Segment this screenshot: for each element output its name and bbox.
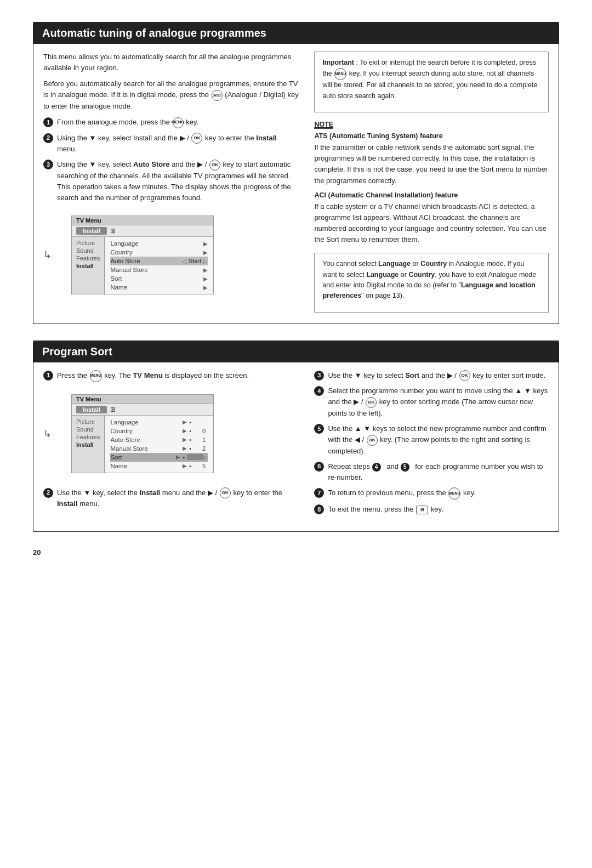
- note-section: NOTE ATS (Automatic Tuning System) featu…: [314, 120, 549, 245]
- menu-row-autostore: Auto Store ◁ Start ▷: [110, 257, 208, 265]
- section1-automatic-tuning: Automatic tuning of analogue programmes …: [33, 22, 559, 324]
- s2-step6: 6 Repeat steps 4 and 5 for each programm…: [314, 461, 549, 483]
- menu-row2-country: Country ▶ • 0: [110, 427, 208, 435]
- ad-key-icon: A/D: [212, 90, 223, 101]
- menu-key-icon: MENU: [173, 117, 184, 128]
- menu-key-icon-4: MENU: [448, 487, 460, 500]
- aci-title: ACI (Automatic Channel Installation) fea…: [314, 191, 549, 199]
- tv-menu-sidebar-2: Picture Sound Features Install: [72, 416, 105, 473]
- menu-row-manualstore: Manual Store ▶: [110, 265, 208, 274]
- section2-steps-left: 1 Press the MENU key. The TV Menu is dis…: [43, 370, 301, 382]
- sidebar-picture: Picture: [76, 239, 100, 247]
- tv-menu-box-2: TV Menu Install ⊞ Picture Sound Features…: [71, 394, 214, 473]
- section1-title: Automatic tuning of analogue programmes: [42, 27, 266, 39]
- tv-menu-inner-2: Picture Sound Features Install Language …: [72, 416, 213, 473]
- s2-step3-num: 3: [314, 371, 324, 381]
- install-btn-row-2: Install ⊞: [72, 404, 213, 416]
- section2-title: Program Sort: [42, 345, 112, 358]
- menu-row2-sort: Sort ▶ • ▷: [110, 453, 208, 462]
- sidebar-picture-2: Picture: [76, 418, 100, 426]
- step2: 2 Using the ▼ key, select Install and th…: [43, 133, 301, 155]
- arrow-right-icon: ↳: [43, 249, 52, 261]
- s2-step2: 2 Use the ▼ key, select the Install menu…: [43, 487, 301, 510]
- menu-key-icon-2: MENU: [334, 68, 346, 80]
- s2-step8: 8 To exit the menu, press the ⊟ key.: [314, 504, 549, 515]
- tv-menu-content-2: Language ▶ • Country ▶ • 0: [105, 416, 213, 473]
- menu-row2-language: Language ▶ •: [110, 418, 208, 427]
- step1: 1 From the analogue mode, press the MENU…: [43, 117, 301, 128]
- sidebar-sound-2: Sound: [76, 426, 100, 433]
- note-label: NOTE: [314, 121, 333, 129]
- install-btn: Install: [76, 227, 107, 235]
- s2-step1-num: 1: [43, 371, 53, 381]
- install-btn-row: Install ⊞: [72, 225, 213, 237]
- install-btn-2: Install: [76, 406, 107, 413]
- section1-right-col: Important : To exit or interrupt the sea…: [314, 52, 549, 313]
- s2-step1: 1 Press the MENU key. The TV Menu is dis…: [43, 370, 301, 382]
- section1-para1: This menu allows you to automatically se…: [43, 52, 301, 73]
- menu-row2-name: Name ▶ • 5: [110, 462, 208, 470]
- install-icon: ⊞: [110, 227, 116, 235]
- menu-key-icon-3: MENU: [90, 370, 102, 382]
- section1-left-col: This menu allows you to automatically se…: [43, 52, 301, 313]
- menu-row-sort: Sort ▶: [110, 274, 208, 283]
- step3-num: 3: [43, 160, 53, 169]
- s2-step7-num: 7: [314, 488, 324, 498]
- step4-ref: 4: [372, 463, 381, 472]
- tv-menu-title-2: TV Menu: [72, 395, 213, 404]
- ok-key-icon-6: OK: [367, 435, 378, 446]
- ats-text: If the transmitter or cable network send…: [314, 142, 549, 186]
- aci-text: If a cable system or a TV channel which …: [314, 201, 549, 246]
- install-icon-2: ⊞: [110, 406, 116, 413]
- tv-menu-wrap-2: ↳ TV Menu Install ⊞ Picture Sound Featur…: [43, 388, 301, 480]
- exit-key-icon: ⊟: [416, 506, 428, 514]
- section1-para2: Before you automatically search for all …: [43, 78, 301, 112]
- sidebar-features-2: Features: [76, 433, 100, 441]
- arrow-right-icon-2: ↳: [43, 428, 52, 440]
- ok-key-icon-4: OK: [459, 370, 470, 381]
- menu-row-name: Name ▶: [110, 283, 208, 292]
- s2-step7: 7 To return to previous menu, press the …: [314, 487, 549, 500]
- s2-step2-num: 2: [43, 488, 53, 498]
- menu-row2-autostore: Auto Store ▶ • 1: [110, 435, 208, 444]
- section2-steps-right: 3 Use the ▼ key to select Sort and the ▶…: [314, 370, 549, 515]
- step2-num: 2: [43, 133, 53, 143]
- sidebar-install-2: Install: [76, 441, 100, 449]
- section2-right-col: 3 Use the ▼ key to select Sort and the ▶…: [314, 370, 549, 521]
- step5-ref: 5: [401, 463, 409, 472]
- section2-program-sort: Program Sort 1 Press the MENU key. The T…: [33, 341, 559, 532]
- section1-header: Automatic tuning of analogue programmes: [33, 22, 559, 44]
- section2-left-col: 1 Press the MENU key. The TV Menu is dis…: [43, 370, 301, 521]
- section1-steps: 1 From the analogue mode, press the MENU…: [43, 117, 301, 203]
- s2-step5: 5 Use the ▲ ▼ keys to select the new pro…: [314, 423, 549, 457]
- ok-key-icon-1: OK: [191, 133, 202, 144]
- lang-country-box: You cannot select Language or Country in…: [314, 253, 549, 313]
- sidebar-features: Features: [76, 254, 100, 262]
- s2-step4-num: 4: [314, 386, 324, 396]
- sidebar-sound: Sound: [76, 247, 100, 254]
- tv-menu-sidebar-1: Picture Sound Features Install: [72, 237, 105, 294]
- sort-slider: [187, 454, 203, 460]
- tv-menu-title-1: TV Menu: [72, 216, 213, 225]
- ats-title: ATS (Automatic Tuning System) feature: [314, 132, 549, 140]
- ok-key-icon-3: OK: [220, 487, 231, 498]
- menu-row-language: Language ▶: [110, 239, 208, 248]
- ok-key-icon-5: OK: [366, 397, 377, 408]
- tv-menu-box-1: TV Menu Install ⊞ Picture Sound Features…: [71, 215, 214, 294]
- s2-step5-num: 5: [314, 424, 324, 434]
- s2-step4: 4 Select the programme number you want t…: [314, 385, 549, 419]
- step1-num: 1: [43, 117, 53, 127]
- menu-row2-manualstore: Manual Store ▶ • 2: [110, 444, 208, 453]
- s2-step6-num: 6: [314, 462, 324, 472]
- menu-row-country: Country ▶: [110, 248, 208, 257]
- ok-key-icon-2: OK: [209, 160, 220, 171]
- tv-menu-content-1: Language ▶ Country ▶ Auto Store ◁: [105, 237, 213, 294]
- sidebar-install: Install: [76, 262, 100, 270]
- page-number: 20: [33, 548, 559, 557]
- section2-header: Program Sort: [33, 341, 559, 362]
- step3: 3 Using the ▼ key, select Auto Store and…: [43, 159, 301, 203]
- tv-menu-inner-1: Picture Sound Features Install Language …: [72, 237, 213, 294]
- tv-menu-wrap-1: ↳ TV Menu Install ⊞ Picture Sound Featur…: [43, 209, 301, 301]
- s2-step8-num: 8: [314, 504, 324, 514]
- section2-step2: 2 Use the ▼ key, select the Install menu…: [43, 487, 301, 510]
